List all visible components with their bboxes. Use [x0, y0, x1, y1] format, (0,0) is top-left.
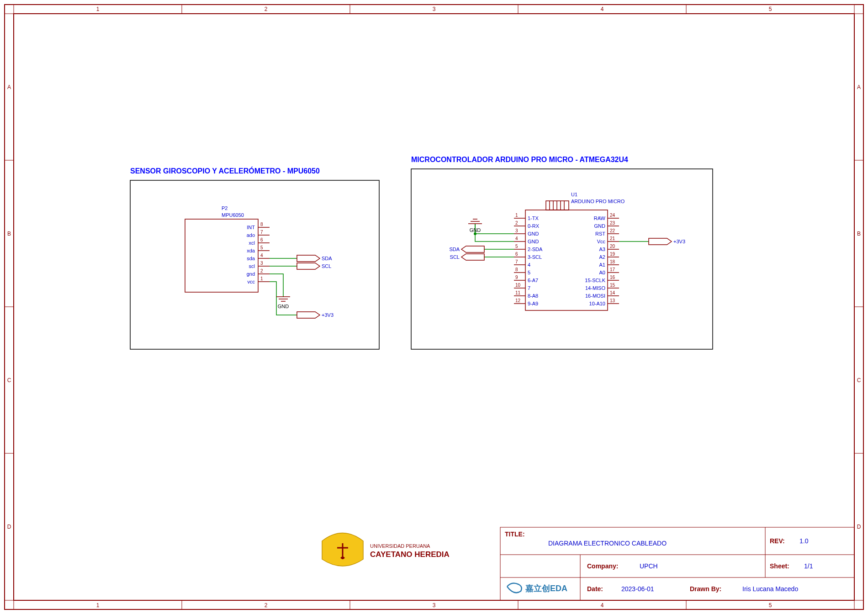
svg-text:4: 4: [260, 253, 263, 258]
mcu-netport-3v3: +3V3: [649, 238, 685, 245]
svg-text:嘉立创EDA: 嘉立创EDA: [525, 584, 567, 593]
drawn-value: Iris Lucana Macedo: [742, 585, 798, 593]
svg-text:GND: GND: [470, 227, 481, 233]
svg-text:3-SCL: 3-SCL: [528, 254, 542, 260]
svg-text:INT: INT: [247, 225, 255, 230]
svg-text:xda: xda: [247, 248, 255, 253]
svg-text:CAYETANO HEREDIA: CAYETANO HEREDIA: [370, 550, 450, 559]
netport-3v3: +3V3: [297, 312, 333, 318]
mcu-left-pins: 11-TX20-RX3GND4GND52-SDA63-SCL748596-A71…: [514, 213, 543, 306]
svg-text:SCL: SCL: [450, 254, 460, 260]
svg-text:2: 2: [260, 268, 263, 273]
sensor-part: MPU6050: [222, 212, 244, 218]
svg-text:xcl: xcl: [249, 240, 255, 246]
svg-text:SCL: SCL: [322, 263, 331, 269]
svg-text:1: 1: [515, 213, 518, 218]
ruler-top: 1 2 3 4 5: [14, 5, 854, 14]
svg-text:2: 2: [515, 220, 518, 226]
netport-sda: SDA: [297, 255, 332, 262]
svg-text:vcc: vcc: [248, 279, 255, 284]
svg-text:C: C: [7, 377, 11, 383]
svg-text:6: 6: [260, 237, 263, 242]
svg-text:1: 1: [96, 6, 100, 12]
svg-text:SDA: SDA: [322, 256, 332, 261]
svg-text:5: 5: [769, 602, 772, 609]
svg-text:1-TX: 1-TX: [528, 215, 539, 221]
svg-text:5: 5: [769, 6, 772, 12]
mcu-right-pins: 24RAW23GND22RST21Vcc20A319A218A117A01615…: [585, 213, 619, 306]
svg-text:3: 3: [260, 261, 263, 266]
svg-text:2-SDA: 2-SDA: [528, 247, 543, 252]
svg-text:8: 8: [260, 222, 263, 227]
svg-text:GND: GND: [528, 239, 539, 244]
svg-text:A: A: [7, 84, 11, 90]
svg-text:+3V3: +3V3: [322, 312, 333, 318]
svg-text:9: 9: [515, 275, 518, 280]
schematic-sheet: 1 2 3 4 5 1 2 3 4 5 A B C D A B C: [0, 0, 868, 614]
svg-text:Drawn By:: Drawn By:: [690, 585, 721, 593]
svg-text:GND: GND: [528, 231, 539, 236]
mcu-ref: U1: [571, 192, 577, 197]
sensor-title: SENSOR GIROSCOPIO Y ACELERÓMETRO - MPU60…: [130, 167, 320, 175]
svg-text:gnd: gnd: [247, 271, 255, 277]
svg-text:6-A7: 6-A7: [528, 278, 538, 283]
svg-text:RAW: RAW: [594, 215, 606, 221]
svg-text:16-MOSI: 16-MOSI: [585, 293, 605, 299]
svg-text:14: 14: [610, 290, 615, 295]
svg-text:12: 12: [515, 298, 521, 303]
svg-text:sda: sda: [247, 256, 255, 261]
svg-text:2: 2: [265, 602, 268, 609]
svg-text:A0: A0: [599, 270, 605, 275]
svg-text:GND: GND: [594, 223, 606, 229]
svg-text:RST: RST: [595, 231, 605, 236]
svg-text:REV:: REV:: [770, 537, 785, 545]
svg-text:1: 1: [96, 602, 100, 609]
sheet-value: 1/1: [804, 562, 813, 570]
svg-text:13: 13: [610, 298, 615, 303]
svg-text:5: 5: [528, 270, 530, 275]
svg-text:16: 16: [610, 275, 615, 280]
svg-text:B: B: [857, 231, 861, 237]
ruler-left: A B C D: [5, 14, 14, 600]
mcu-title: MICROCONTROLADOR ARDUINO PRO MICRO - ATM…: [411, 156, 628, 163]
svg-text:D: D: [857, 524, 861, 530]
netport-scl: SCL: [297, 263, 331, 269]
svg-text:6: 6: [515, 252, 518, 257]
gnd-symbol: GND: [276, 297, 290, 309]
svg-text:24: 24: [610, 213, 615, 218]
svg-text:5: 5: [515, 244, 518, 249]
svg-text:TITLE:: TITLE:: [505, 530, 525, 538]
svg-text:8-A8: 8-A8: [528, 293, 538, 299]
svg-text:15-SCLK: 15-SCLK: [585, 278, 605, 283]
svg-text:A3: A3: [599, 247, 605, 252]
svg-text:scl: scl: [249, 263, 255, 269]
title-block: TITLE: DIAGRAMA ELECTRONICO CABLEADO REV…: [500, 527, 854, 600]
sensor-block: SENSOR GIROSCOPIO Y ACELERÓMETRO - MPU60…: [130, 167, 379, 349]
svg-text:A: A: [857, 84, 861, 90]
rev-value: 1.0: [799, 537, 809, 545]
svg-text:5: 5: [260, 245, 263, 250]
svg-text:B: B: [7, 231, 11, 237]
mcu-netport-scl: SCL: [450, 254, 484, 260]
svg-text:ado: ado: [247, 232, 255, 238]
ruler-bottom: 1 2 3 4 5: [14, 600, 854, 609]
svg-text:3: 3: [433, 6, 436, 12]
svg-text:15: 15: [610, 283, 615, 288]
mcu-part: ARDUINO PRO MICRO: [571, 199, 625, 204]
university-logo: UNIVERSIDAD PERUANA CAYETANO HEREDIA: [322, 533, 450, 567]
inner-border: [14, 14, 854, 600]
mcu-block: MICROCONTROLADOR ARDUINO PRO MICRO - ATM…: [411, 156, 713, 349]
svg-text:7: 7: [515, 259, 518, 264]
svg-text:4: 4: [601, 6, 604, 12]
svg-text:A1: A1: [599, 262, 605, 268]
svg-text:4: 4: [515, 236, 518, 241]
svg-text:Sheet:: Sheet:: [770, 562, 789, 570]
svg-text:3: 3: [433, 602, 436, 609]
svg-text:10-A10: 10-A10: [589, 301, 605, 306]
svg-text:1: 1: [260, 276, 263, 281]
mcu-netport-sda: SDA: [449, 246, 484, 252]
svg-text:Date:: Date:: [587, 585, 603, 593]
svg-text:7: 7: [260, 230, 263, 235]
svg-text:C: C: [857, 377, 861, 383]
sensor-ref: P2: [222, 205, 228, 211]
